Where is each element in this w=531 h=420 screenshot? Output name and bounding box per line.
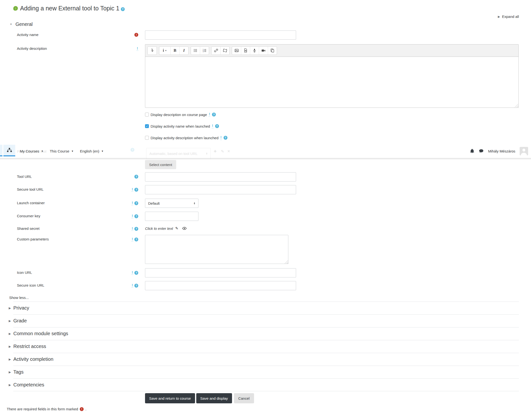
custom-parameters-textarea[interactable] [145,235,288,264]
record-audio-icon[interactable] [250,47,259,55]
chevron-right-icon: ▶ [9,383,11,387]
link-icon[interactable] [212,47,220,55]
help-icon[interactable]: ? [134,214,138,218]
display-description-checkbox[interactable]: ✓ [145,113,149,117]
nav-tab-partial[interactable] [0,145,2,156]
help-icon[interactable]: ? [134,238,138,241]
icon-url-label: Icon URL [17,270,32,274]
nav-menu-this-course[interactable]: This Course▼ [50,149,74,153]
page-title: Adding a new External tool to Topic 1 [20,5,119,12]
manage-files-icon[interactable] [268,47,277,55]
external-tool-icon: ↑ [13,6,18,11]
user-name[interactable]: Mihály Mészáros [488,149,515,153]
chevron-down-icon: ▼ [71,150,74,152]
svg-text:3: 3 [203,51,204,52]
page-header: ↑ Adding a new External tool to Topic 1 … [13,3,519,13]
advanced-icon: ! [132,284,133,287]
secure-tool-url-label: Secure tool URL [17,187,44,191]
eye-icon[interactable] [182,227,187,230]
tool-url-label: Tool URL [17,175,32,179]
section-tags[interactable]: ▶Tags [7,366,519,378]
select-arrows-icon: ▲▼ [194,202,195,204]
insert-image-icon[interactable] [232,47,241,55]
help-icon[interactable]: ? [134,201,138,205]
advanced-icon: ! [132,237,133,241]
chevron-right-icon: ▶ [9,371,11,374]
help-icon[interactable]: ? [134,188,138,192]
chevron-down-icon: ▼ [41,150,44,152]
help-icon[interactable]: ? [134,175,138,179]
icon-url-row: Icon URL !? [7,268,519,277]
section-activity-completion[interactable]: ▶Activity completion [7,353,519,366]
activity-description-row: Activity description ! i▼ B I [7,44,519,108]
section-competencies[interactable]: ▶Competencies [7,378,519,391]
bell-icon[interactable] [470,149,474,153]
help-icon[interactable]: ? [224,136,228,140]
record-video-icon[interactable] [259,47,268,55]
bold-icon[interactable]: B [170,47,179,55]
paragraph-styles-icon[interactable]: i▼ [159,47,170,55]
select-content-button[interactable]: Select content [145,160,176,169]
help-icon[interactable]: ? [134,271,138,275]
help-icon[interactable]: ? [121,7,125,11]
unordered-list-icon[interactable] [191,47,200,55]
help-icon[interactable]: ? [212,113,216,117]
consumer-key-label: Consumer key [17,214,40,218]
chevron-right-icon: ▶ [498,15,500,18]
shared-secret-row: Shared secret !? Click to enter text ✎ [7,225,519,232]
advanced-icon: ! [212,124,213,128]
description-editor-area[interactable] [145,57,518,107]
help-icon[interactable]: ? [215,124,219,128]
section-privacy[interactable]: ▶Privacy [7,301,519,315]
expand-all-label: Expand all [502,15,519,19]
insert-media-icon[interactable] [241,47,250,55]
section-restrict-access[interactable]: ▶Restrict access [7,340,519,353]
chevron-down-icon: ▼ [10,23,12,26]
nav-tab-sitemap[interactable] [3,145,15,156]
section-common-module-settings[interactable]: ▶Common module settings [7,327,519,340]
help-icon[interactable]: ? [134,227,138,231]
display-activity-description-row: ✓ Display activity description when laun… [145,136,519,140]
display-activity-description-checkbox[interactable]: ✓ [145,136,149,140]
help-icon[interactable]: ? [134,284,138,287]
secure-tool-url-input[interactable] [145,185,296,194]
activity-name-input[interactable] [145,30,296,40]
shared-secret-label: Shared secret [17,226,39,231]
icon-url-input[interactable] [145,268,296,277]
show-less-link[interactable]: Show less... [9,295,519,300]
form-actions: Save and return to course Save and displ… [145,393,519,403]
ordered-list-icon[interactable]: 123 [200,47,209,55]
save-display-button[interactable]: Save and display [196,393,232,403]
edit-icon[interactable]: ✎ [175,226,178,231]
editor-resize-handle[interactable] [515,104,518,107]
expand-all-link[interactable]: ▶ Expand all [498,15,519,19]
avatar[interactable] [520,147,528,155]
section-general-header[interactable]: ▼ General [10,21,519,27]
navband: My Courses▼ This Course▼ English (en)▼ M… [0,144,531,158]
description-editor: i▼ B I 123 [145,44,519,108]
save-return-button[interactable]: Save and return to course [145,393,195,403]
consumer-key-input[interactable] [145,212,198,221]
nav-menu-language[interactable]: English (en)▼ [80,149,104,153]
shared-secret-value[interactable]: Click to enter text [145,226,173,231]
display-description-row: ✓ Display description on course page ! ? [145,113,519,117]
unlink-icon[interactable] [220,47,229,55]
required-icon: ! [80,407,84,411]
section-grade[interactable]: ▶Grade [7,315,519,327]
nav-menu-my-courses[interactable]: My Courses▼ [20,149,44,153]
section-general-title: General [15,21,33,27]
launch-container-select[interactable]: Default ▲▼ [145,199,198,208]
display-activity-name-row: ✓ Display activity name when launched ! … [145,124,519,128]
messages-icon[interactable] [479,149,484,153]
secure-icon-url-input[interactable] [145,281,296,290]
chevron-right-icon: ▶ [9,319,11,323]
display-activity-name-checkbox[interactable]: ✓ [145,124,149,128]
display-description-label: Display description on course page [151,113,207,117]
collapsed-sections: ▶Privacy ▶Grade ▶Common module settings … [7,301,519,391]
page: ↑ Adding a new External tool to Topic 1 … [0,0,531,420]
tool-url-input[interactable] [145,172,296,181]
cancel-button[interactable]: Cancel [234,393,254,403]
italic-icon[interactable]: I [179,47,188,55]
advanced-icon: ! [132,188,133,192]
collapse-toolbar-icon[interactable] [148,47,157,55]
